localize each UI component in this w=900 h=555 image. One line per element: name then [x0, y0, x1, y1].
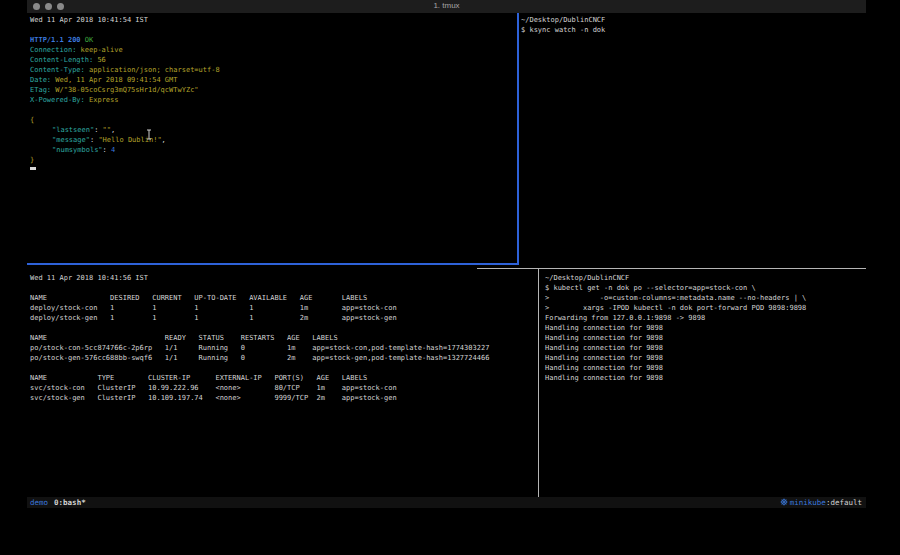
- desktop: 1. tmux Wed 11 Apr 2018 10:41:54 IST HTT…: [0, 0, 900, 555]
- tmux-status-bar: demo0:bash* minikube:default: [27, 497, 866, 508]
- json-separator: :: [94, 126, 102, 134]
- http-header-content-type: Content-Type:application/json; charset=u…: [30, 65, 515, 75]
- header-name: X-Powered-By:: [30, 96, 85, 104]
- http-header-x-powered-by: X-Powered-By:Express: [30, 95, 515, 105]
- header-value: Express: [89, 96, 119, 104]
- http-header-etag: ETag:W/"38-05coCsrg3mQ75sHr1d/qcWTwYZc": [30, 85, 515, 95]
- services-table-rows: svc/stock-con ClusterIP 10.99.222.96 <no…: [30, 383, 535, 403]
- http-reason: OK: [85, 36, 93, 44]
- pane-port-forward[interactable]: ~/Desktop/DublinCNCF $ kubectl get -n do…: [545, 273, 863, 383]
- tmux-content: Wed 11 Apr 2018 10:41:54 IST HTTP/1.1 20…: [27, 13, 866, 497]
- header-name: Content-Type:: [30, 66, 85, 74]
- handling-connection-log: Handling connection for 9898 Handling co…: [545, 323, 863, 383]
- kube-context: minikube: [790, 498, 826, 507]
- forwarding-status: Forwarding from 127.0.0.1:9898 -> 9898: [545, 313, 863, 323]
- pods-table-header: NAME READY STATUS RESTARTS AGE LABELS: [30, 333, 535, 343]
- pods-table-rows: po/stock-con-5cc874766c-2p6rp 1/1 Runnin…: [30, 343, 535, 363]
- mouse-cursor-ibeam: [146, 125, 153, 144]
- pane-divider-horizontal-active[interactable]: [27, 263, 519, 265]
- http-header-date: Date:Wed, 11 Apr 2018 09:41:54 GMT: [30, 75, 515, 85]
- ksync-command: $ ksync watch -n dok: [521, 25, 863, 35]
- status-bar-right: minikube:default: [780, 497, 862, 508]
- deployments-table-header: NAME DESIRED CURRENT UP-TO-DATE AVAILABL…: [30, 293, 535, 303]
- status-bar-left: demo0:bash*: [30, 497, 86, 508]
- json-value: "": [103, 126, 111, 134]
- json-key: "message": [52, 136, 90, 144]
- timestamp-top-left: Wed 11 Apr 2018 10:41:54 IST: [30, 15, 515, 25]
- header-value: Wed, 11 Apr 2018 09:41:54 GMT: [55, 76, 177, 84]
- json-value: 4: [111, 146, 115, 154]
- header-value: W/"38-05coCsrg3mQ75sHr1d/qcWTwYZc": [55, 86, 198, 94]
- kubectl-port-forward-command: $ kubectl get -n dok po --selector=app=s…: [545, 283, 863, 313]
- header-name: ETag:: [30, 86, 51, 94]
- http-header-content-length: Content-Length:56: [30, 55, 515, 65]
- window-title: 1. tmux: [27, 1, 866, 10]
- session-name: demo: [30, 498, 48, 507]
- header-name: Connection:: [30, 46, 76, 54]
- header-value: application/json; charset=utf-8: [89, 66, 220, 74]
- pane-ksync[interactable]: ~/Desktop/DublinCNCF $ ksync watch -n do…: [521, 15, 863, 35]
- timestamp-bottom-left: Wed 11 Apr 2018 10:41:56 IST: [30, 273, 535, 283]
- pane-http-response[interactable]: Wed 11 Apr 2018 10:41:54 IST HTTP/1.1 20…: [30, 15, 515, 165]
- json-open-brace: {: [30, 115, 515, 125]
- terminal-cursor: [30, 167, 36, 170]
- header-name: Content-Length:: [30, 56, 93, 64]
- json-separator: :: [103, 146, 111, 154]
- pane-divider-vertical[interactable]: [538, 269, 539, 497]
- json-key: "numsymbols": [52, 146, 103, 154]
- pane-divider-vertical-active[interactable]: [517, 13, 519, 265]
- deployments-table-rows: deploy/stock-con 1 1 1 1 1m app=stock-co…: [30, 303, 535, 323]
- json-comma: ,: [111, 126, 115, 134]
- http-status-line: HTTP/1.1 200OK: [30, 35, 515, 45]
- cwd-bottom-right: ~/Desktop/DublinCNCF: [545, 273, 863, 283]
- cwd-top-right: ~/Desktop/DublinCNCF: [521, 15, 863, 25]
- header-value: 56: [97, 56, 105, 64]
- window-titlebar[interactable]: 1. tmux: [27, 0, 866, 13]
- kube-namespace: :default: [826, 498, 862, 507]
- http-header-connection: Connection:keep-alive: [30, 45, 515, 55]
- json-comma: ,: [162, 136, 166, 144]
- header-name: Date:: [30, 76, 51, 84]
- pane-kubectl-get[interactable]: Wed 11 Apr 2018 10:41:56 IST NAME DESIRE…: [30, 273, 535, 403]
- kubernetes-helm-icon: [780, 498, 788, 506]
- json-entry-lastseen: "lastseen": "",: [30, 125, 515, 135]
- json-close-brace: }: [30, 155, 515, 165]
- terminal-window: 1. tmux Wed 11 Apr 2018 10:41:54 IST HTT…: [27, 0, 866, 509]
- header-value: keep-alive: [81, 46, 123, 54]
- services-table-header: NAME TYPE CLUSTER-IP EXTERNAL-IP PORT(S)…: [30, 373, 535, 383]
- json-key: "lastseen": [52, 126, 94, 134]
- http-protocol-status: HTTP/1.1 200: [30, 36, 81, 44]
- pane-divider-horizontal[interactable]: [477, 268, 866, 269]
- json-entry-numsymbols: "numsymbols": 4: [30, 145, 515, 155]
- window-tab-0-bash[interactable]: 0:bash*: [54, 498, 86, 507]
- json-entry-message: "message": "Hello Dublin!",: [30, 135, 515, 145]
